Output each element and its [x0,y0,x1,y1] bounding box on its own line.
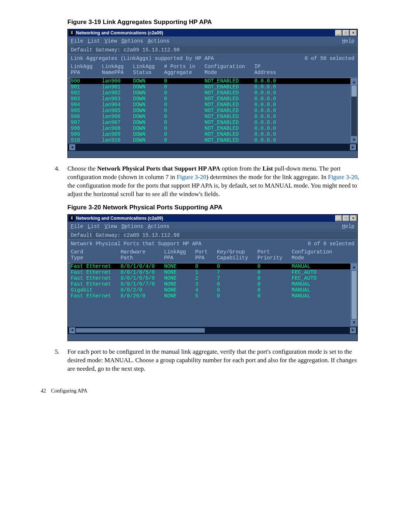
table-row[interactable]: 901 lan901 DOWN 0 NOT_ENABLED 0.0.0.0 [71,84,350,90]
minimize-button[interactable]: _ [335,215,342,221]
step-4-paragraph: 4. Choose the Network Physical Ports tha… [67,165,359,199]
col-line-2: Type Path PPA PPA Capability Priority Mo… [71,255,332,261]
xwindow-physical-ports: X Networking and Communications (c2a09) … [67,214,358,341]
window-padding [68,151,357,158]
menu-view[interactable]: View [104,38,117,44]
minimize-button[interactable]: _ [335,30,342,36]
table-row[interactable]: Fast Ethernet 8/0/1/0/7/0 NONE 3 0 0 MAN… [71,281,350,287]
horizontal-scrollbar[interactable]: ◄ ► [68,326,357,334]
window-titlebar[interactable]: X Networking and Communications (c2a09) … [68,215,357,222]
table-row[interactable]: Fast Ethernet 8/0/1/0/5/0 NONE 1 7 0 FEC… [71,269,350,275]
scroll-up-button[interactable]: ▲ [351,79,357,85]
hscroll-thumb[interactable] [76,328,205,333]
x-icon: X [69,216,74,221]
column-headers: Card Hardware LinkAgg Port Key/Group Por… [68,248,357,263]
subheader: Link Aggregates (LinkAggs) supported by … [68,54,357,63]
menu-view[interactable]: View [104,223,117,229]
step-5-number: 5. [55,348,60,356]
table-row[interactable]: 902 lan902 DOWN 0 NOT_ENABLED 0.0.0.0 [71,90,350,96]
menu-options[interactable]: Options [121,223,143,229]
menu-list[interactable]: List [88,38,100,44]
col-line-1: LinkAgg LinkAgg LinkAgg # Ports in Confi… [71,64,276,70]
horizontal-scrollbar[interactable]: ◄ ► [68,143,357,151]
table-row[interactable]: 906 lan906 DOWN 0 NOT_ENABLED 0.0.0.0 [71,114,350,119]
menu-list[interactable]: List [88,223,100,229]
column-headers: LinkAgg LinkAgg LinkAgg # Ports in Confi… [68,63,357,78]
maximize-button[interactable]: □ [343,215,349,221]
col-line-1: Card Hardware LinkAgg Port Key/Group Por… [71,249,332,255]
window-titlebar[interactable]: X Networking and Communications (c2a09) … [68,29,357,37]
table-row[interactable]: Fast Ethernet 8/0/1/0/4/0 NONE 0 0 0 MAN… [71,263,350,269]
scroll-down-button[interactable]: ▼ [351,137,357,142]
menu-bar: File List View Options Actions Help [68,222,357,231]
table-row[interactable]: 910 lan910 DOWN 0 NOT_ENABLED 0.0.0.0 [71,137,350,143]
subheader-right: 0 of 6 selected [308,241,354,247]
table-row[interactable]: 904 lan904 DOWN 0 NOT_ENABLED 0.0.0.0 [71,102,350,108]
subheader-left: Link Aggregates (LinkAggs) supported by … [71,55,214,61]
window-title-text: Networking and Communications (c2a09) [76,30,163,36]
scroll-left-button[interactable]: ◄ [69,327,75,333]
scroll-down-button[interactable]: ▼ [351,320,357,326]
window-buttons: _ □ × [335,30,357,36]
scroll-track[interactable] [351,85,357,136]
table-row[interactable]: 903 lan903 DOWN 0 NOT_ENABLED 0.0.0.0 [71,96,350,102]
menu-bar: File List View Options Actions Help [68,37,357,46]
subheader-left: Network Physical Ports that Support HP A… [71,241,201,247]
table-row[interactable]: 905 lan905 DOWN 0 NOT_ENABLED 0.0.0.0 [71,108,350,114]
scroll-right-button[interactable]: ► [350,144,356,150]
maximize-button[interactable]: □ [343,30,349,36]
menu-actions[interactable]: Actions [148,38,170,44]
x-icon: X [69,30,74,36]
gateway-line: Default Gateway: c2a09 15.13.112.98 [68,46,357,54]
scroll-up-button[interactable]: ▲ [351,264,357,270]
close-button[interactable]: × [350,30,357,36]
section-title: Configuring APA [51,388,87,394]
subheader-right: 0 of 50 selected [305,55,354,61]
menu-file[interactable]: File [71,38,83,44]
close-button[interactable]: × [350,215,357,221]
scroll-track[interactable] [351,271,357,319]
menu-help[interactable]: Help [342,38,354,44]
window-buttons: _ □ × [335,215,357,221]
menu-help[interactable]: Help [342,223,354,229]
table-row[interactable]: 909 lan909 DOWN 0 NOT_ENABLED 0.0.0.0 [71,131,350,137]
menu-file[interactable]: File [71,223,83,229]
figure-3-20-caption: Figure 3-20 Network Physical Ports Suppo… [67,204,359,211]
scroll-thumb[interactable] [351,271,357,319]
figure-3-20-link[interactable]: Figure 3-20 [177,174,206,181]
page-number: 42 [41,388,46,394]
vertical-scrollbar[interactable]: ▲ ▼ [350,78,357,143]
step-5-paragraph: 5. For each port to be configured in the… [67,348,359,373]
table-row[interactable]: Fast Ethernet 8/0/1/0/6/0 NONE 2 7 0 FEC… [71,275,350,281]
list-body[interactable]: 900 lan900 DOWN 0 NOT_ENABLED 0.0.0.0901… [68,78,350,143]
figure-3-19-caption: Figure 3-19 Link Aggregates Supporting H… [67,18,359,26]
table-row[interactable]: 907 lan907 DOWN 0 NOT_ENABLED 0.0.0.0 [71,119,350,125]
menu-actions[interactable]: Actions [148,223,170,229]
table-row[interactable]: 908 lan908 DOWN 0 NOT_ENABLED 0.0.0.0 [71,125,350,131]
scroll-thumb[interactable] [351,85,357,97]
table-row[interactable]: Gigabit 8/0/2/0 NONE 4 0 0 MANUAL [71,287,350,293]
figure-3-20-link-2[interactable]: Figure 3-20 [328,174,357,181]
menu-options[interactable]: Options [121,38,143,44]
subheader: Network Physical Ports that Support HP A… [68,240,357,248]
list-body[interactable]: Fast Ethernet 8/0/1/0/4/0 NONE 0 0 0 MAN… [68,263,350,326]
col-line-2: PPA NamePPA Status Aggregate Mode Addres… [71,70,276,75]
gateway-line: Default Gateway: c2a09 15.13.112.98 [68,231,357,240]
window-padding [68,334,357,341]
scroll-right-button[interactable]: ► [350,327,356,333]
step-4-number: 4. [55,165,60,173]
table-row[interactable]: 900 lan900 DOWN 0 NOT_ENABLED 0.0.0.0 [71,78,350,84]
window-title-text: Networking and Communications (c2a09) [76,216,163,221]
table-row[interactable]: Fast Ethernet 8/0/20/0 NONE 5 0 0 MANUAL [71,293,350,299]
xwindow-link-aggregates: X Networking and Communications (c2a09) … [67,29,358,158]
vertical-scrollbar[interactable]: ▲ ▼ [350,263,357,326]
page-footer: 42 Configuring APA [41,388,359,394]
scroll-left-button[interactable]: ◄ [69,144,75,150]
